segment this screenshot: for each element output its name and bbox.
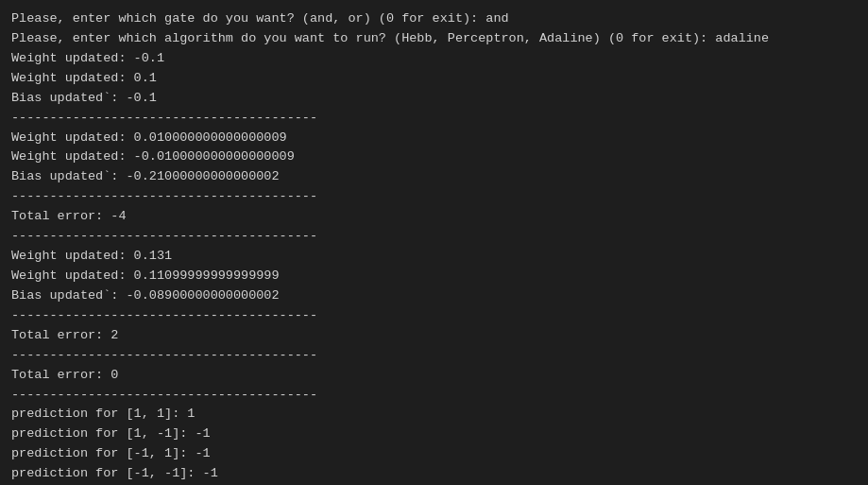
terminal-line: Weight updated: 0.1 <box>11 69 857 89</box>
terminal-line: prediction for [1, -1]: -1 <box>11 424 857 444</box>
terminal-line: Total error: 0 <box>11 366 857 386</box>
terminal-line: Please, enter which algorithm do you wan… <box>11 29 857 49</box>
terminal-line: Total error: 2 <box>11 326 857 346</box>
terminal-line: prediction for [-1, 1]: -1 <box>11 444 857 464</box>
terminal-line: Weight updated: 0.11099999999999999 <box>11 267 857 286</box>
terminal-line: Bias updated`: -0.1 <box>11 89 857 109</box>
terminal-line: Please, enter which gate do you want? (a… <box>11 9 857 29</box>
terminal-line: Bias updated`: -0.21000000000000002 <box>11 167 857 187</box>
terminal-line: prediction for [1, 1]: 1 <box>11 405 857 424</box>
terminal-line: Weight updated: 0.131 <box>11 247 857 267</box>
terminal-line: ---------------------------------------- <box>11 386 857 406</box>
terminal-line: ---------------------------------------- <box>11 346 857 366</box>
terminal-line: ---------------------------------------- <box>11 187 857 207</box>
terminal-line: ---------------------------------------- <box>11 306 857 326</box>
terminal-line: ---------------------------------------- <box>11 227 857 247</box>
terminal-line: Weight updated: -0.1 <box>11 49 857 69</box>
terminal-line: Bias updated`: -0.08900000000000002 <box>11 286 857 306</box>
terminal-line: Weight updated: 0.010000000000000009 <box>11 129 857 148</box>
terminal-window[interactable]: Please, enter which gate do you want? (a… <box>0 0 868 485</box>
terminal-output: Please, enter which gate do you want? (a… <box>11 9 857 485</box>
terminal-line: prediction for [-1, -1]: -1 <box>11 464 857 484</box>
terminal-line: Total error: -4 <box>11 207 857 227</box>
terminal-line: ---------------------------------------- <box>11 109 857 129</box>
terminal-line: Weight updated: -0.010000000000000009 <box>11 147 857 167</box>
